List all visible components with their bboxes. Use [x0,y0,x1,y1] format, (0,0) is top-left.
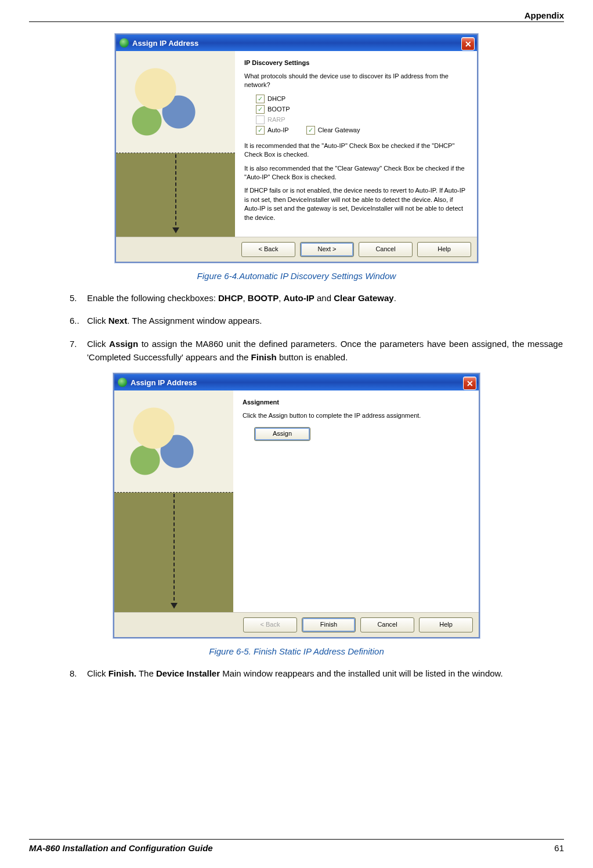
close-icon[interactable]: ✕ [463,377,476,390]
checkbox-dhcp[interactable]: ✓DHCP [256,95,285,103]
panel-heading: IP Discovery Settings [244,59,468,66]
checkbox-rarp: ✓RARP [256,115,285,124]
checkbox-label: DHCP [267,95,285,102]
step-number: 8. [70,667,87,680]
step-7: 7. Click Assign to assign the MA860 unit… [70,337,563,364]
panel-heading: Assignment [243,399,469,406]
checkbox-clear-gateway[interactable]: ✓Clear Gateway [306,126,360,135]
assign-button[interactable]: Assign [254,427,310,441]
cancel-button[interactable]: Cancel [360,617,414,632]
check-icon: ✓ [256,95,265,103]
figure-caption-2: Figure 6-5. Finish Static IP Address Def… [29,646,564,656]
wizard-button-row: < Back Finish Cancel Help [114,612,479,637]
wizard-sidebar-image [114,390,233,612]
window-title: Assign IP Address [132,39,198,48]
close-icon[interactable]: ✕ [461,37,475,50]
checkbox-label: Clear Gateway [318,126,360,133]
check-icon: ✓ [256,126,265,135]
check-icon: ✓ [306,126,315,135]
panel-text: Click the Assign button to complete the … [243,411,469,420]
step-text: Click Finish. The Device Installer Main … [87,667,503,680]
wizard-sidebar-image [116,51,235,237]
page-footer: MA-860 Installation and Configuration Gu… [29,839,564,853]
titlebar: Assign IP Address ✕ [114,374,479,390]
app-icon [120,38,129,48]
step-number: 6.. [70,314,87,327]
step-8: 8. Click Finish. The Device Installer Ma… [70,667,563,680]
wizard-button-row: < Back Next > Cancel Help [116,237,477,262]
panel-question: What protocols should the device use to … [244,72,468,90]
header-section: Appendix [29,10,564,21]
back-button: < Back [243,617,297,632]
checkbox-label: BOOTP [267,106,290,113]
step-5: 5. Enable the following checkboxes: DHCP… [70,291,563,305]
check-icon: ✓ [256,115,265,124]
step-number: 5. [70,291,87,305]
checkbox-auto-ip[interactable]: ✓Auto-IP [256,126,289,135]
figure-caption-1: Figure 6-4.Automatic IP Discovery Settin… [29,271,564,281]
step-number: 7. [70,337,87,364]
checkbox-label: Auto-IP [267,126,289,133]
cancel-button[interactable]: Cancel [359,242,413,257]
help-button[interactable]: Help [417,242,471,257]
recommendation-text-1: It is recommended that the "Auto-IP" Che… [244,142,468,160]
footer-page-number: 61 [554,843,564,853]
step-text: Click Assign to assign the MA860 unit th… [87,337,563,364]
next-button[interactable]: Next > [300,242,354,257]
checkbox-bootp[interactable]: ✓BOOTP [256,105,290,114]
app-icon [118,378,127,387]
footer-guide-title: MA-860 Installation and Configuration Gu… [29,843,213,853]
recommendation-text-3: If DHCP fails or is not enabled, the dev… [244,186,468,222]
help-button[interactable]: Help [419,617,473,632]
back-button[interactable]: < Back [241,242,295,257]
finish-button[interactable]: Finish [302,617,356,632]
step-text: Click Next. The Assignment window appear… [87,314,262,327]
recommendation-text-2: It is also recommended that the "Clear G… [244,164,468,182]
dialog-assignment: Assign IP Address ✕ Assignment Click the… [113,373,480,638]
dialog-ip-discovery: Assign IP Address ✕ IP Discovery Setting… [115,34,478,263]
window-title: Assign IP Address [131,378,197,387]
step-6: 6.. Click Next. The Assignment window ap… [70,314,563,327]
check-icon: ✓ [256,105,265,114]
header-rule [29,21,564,22]
titlebar: Assign IP Address ✕ [116,35,477,51]
step-text: Enable the following checkboxes: DHCP, B… [87,291,396,305]
checkbox-label: RARP [267,116,285,123]
